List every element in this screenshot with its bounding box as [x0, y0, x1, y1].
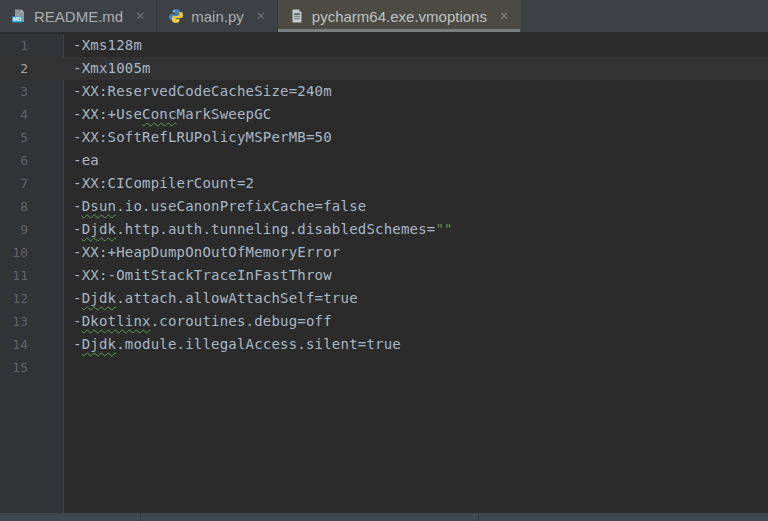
editor-line[interactable]: 8-Dsun.io.useCanonPrefixCache=false	[0, 195, 768, 218]
code-segment: -XX:+Use	[73, 106, 142, 122]
code-segment: MarkSweepGC	[177, 106, 272, 122]
typo-word: Djdk	[82, 290, 117, 306]
line-text: -Djdk.module.illegalAccess.silent=true	[64, 333, 401, 356]
editor-line[interactable]: 12-Djdk.attach.allowAttachSelf=true	[0, 287, 768, 310]
bottom-panel-divider	[478, 513, 479, 521]
ide-window: MDREADME.md✕main.py✕pycharm64.exe.vmopti…	[0, 0, 768, 521]
editor-line[interactable]: 10-XX:+HeapDumpOnOutOfMemoryError	[0, 241, 768, 264]
editor-line[interactable]: 14-Djdk.module.illegalAccess.silent=true	[0, 333, 768, 356]
line-number: 12	[0, 287, 64, 310]
code-segment: -	[73, 336, 82, 352]
editor-line[interactable]: 7-XX:CICompilerCount=2	[0, 172, 768, 195]
typo-word: Djdk	[82, 221, 117, 237]
editor-line[interactable]: 6-ea	[0, 149, 768, 172]
line-text: -XX:+HeapDumpOnOutOfMemoryError	[64, 241, 341, 264]
code-segment: -	[73, 313, 82, 329]
text-file-icon	[289, 8, 305, 24]
line-number: 5	[0, 126, 64, 149]
line-text: -XX:ReservedCodeCacheSize=240m	[64, 80, 332, 103]
line-number: 8	[0, 195, 64, 218]
code-segment: -XX:+HeapDumpOnOutOfMemoryError	[73, 244, 341, 260]
code-segment: -Xms128m	[73, 37, 142, 53]
editor-line[interactable]: 9-Djdk.http.auth.tunneling.disabledSchem…	[0, 218, 768, 241]
tab-label: main.py	[191, 8, 244, 25]
line-number: 10	[0, 241, 64, 264]
line-text: -XX:+UseConcMarkSweepGC	[64, 103, 271, 126]
line-text: -ea	[64, 149, 99, 172]
typo-word: Dkotlinx	[82, 313, 151, 329]
editor-line[interactable]: 2-Xmx1005m	[0, 57, 768, 80]
tab-bar: MDREADME.md✕main.py✕pycharm64.exe.vmopti…	[0, 0, 768, 33]
editor-line[interactable]: 15	[0, 356, 768, 379]
bottom-panel-divider	[140, 513, 141, 521]
line-number: 6	[0, 149, 64, 172]
typo-word: Dsun	[82, 198, 117, 214]
tab-close-icon[interactable]: ✕	[499, 10, 509, 22]
editor-line[interactable]: 3-XX:ReservedCodeCacheSize=240m	[0, 80, 768, 103]
line-text	[64, 356, 73, 379]
code-segment: ""	[435, 221, 452, 237]
code-segment: -	[73, 221, 82, 237]
editor-line[interactable]: 5-XX:SoftRefLRUPolicyMSPerMB=50	[0, 126, 768, 149]
editor-pane[interactable]: 1-Xms128m2-Xmx1005m3-XX:ReservedCodeCach…	[0, 34, 768, 513]
tab-pycharm64-exe-vmoptions[interactable]: pycharm64.exe.vmoptions✕	[278, 0, 521, 32]
tab-readme-md[interactable]: MDREADME.md✕	[0, 0, 157, 32]
code-segment: -XX:SoftRefLRUPolicyMSPerMB=50	[73, 129, 332, 145]
code-segment: .coroutines.debug=off	[151, 313, 332, 329]
editor-rows: 1-Xms128m2-Xmx1005m3-XX:ReservedCodeCach…	[0, 34, 768, 379]
tab-close-icon[interactable]: ✕	[256, 10, 266, 22]
line-text: -Dsun.io.useCanonPrefixCache=false	[64, 195, 366, 218]
line-text: -XX:CICompilerCount=2	[64, 172, 254, 195]
code-segment: -XX:-OmitStackTraceInFastThrow	[73, 267, 332, 283]
code-segment: -	[73, 198, 82, 214]
editor-line[interactable]: 13-Dkotlinx.coroutines.debug=off	[0, 310, 768, 333]
line-number: 9	[0, 218, 64, 241]
line-number: 13	[0, 310, 64, 333]
typo-word: Conc	[142, 106, 177, 122]
code-segment: .attach.allowAttachSelf=true	[116, 290, 358, 306]
code-segment: -XX:ReservedCodeCacheSize=240m	[73, 83, 332, 99]
editor-line[interactable]: 11-XX:-OmitStackTraceInFastThrow	[0, 264, 768, 287]
line-number: 3	[0, 80, 64, 103]
python-file-icon	[168, 8, 184, 24]
line-number: 4	[0, 103, 64, 126]
bottom-panel-edge	[0, 513, 768, 521]
code-segment: -XX:CICompilerCount=2	[73, 175, 254, 191]
tab-close-icon[interactable]: ✕	[135, 10, 145, 22]
line-number: 7	[0, 172, 64, 195]
line-text: -Djdk.attach.allowAttachSelf=true	[64, 287, 358, 310]
line-text: -XX:-OmitStackTraceInFastThrow	[64, 264, 332, 287]
markdown-file-icon: MD	[11, 8, 27, 24]
tab-label: README.md	[34, 8, 123, 25]
editor-line[interactable]: 1-Xms128m	[0, 34, 768, 57]
line-text: -Xmx1005m	[64, 57, 151, 80]
code-segment: .module.illegalAccess.silent=true	[116, 336, 401, 352]
editor-line[interactable]: 4-XX:+UseConcMarkSweepGC	[0, 103, 768, 126]
line-text: -XX:SoftRefLRUPolicyMSPerMB=50	[64, 126, 332, 149]
tab-label: pycharm64.exe.vmoptions	[312, 8, 487, 25]
svg-text:MD: MD	[13, 16, 21, 22]
line-number: 1	[0, 34, 64, 57]
code-segment: .http.auth.tunneling.disabledSchemes=	[116, 221, 435, 237]
code-segment: .io.useCanonPrefixCache=false	[116, 198, 366, 214]
line-number: 2	[0, 57, 64, 80]
code-segment: -ea	[73, 152, 99, 168]
line-text: -Djdk.http.auth.tunneling.disabledScheme…	[64, 218, 453, 241]
code-segment: -Xmx1005m	[73, 60, 151, 76]
line-number: 15	[0, 356, 64, 379]
line-number: 14	[0, 333, 64, 356]
line-number: 11	[0, 264, 64, 287]
line-text: -Xms128m	[64, 34, 142, 57]
typo-word: Djdk	[82, 336, 117, 352]
tab-main-py[interactable]: main.py✕	[157, 0, 278, 32]
code-segment: -	[73, 290, 82, 306]
line-text: -Dkotlinx.coroutines.debug=off	[64, 310, 332, 333]
